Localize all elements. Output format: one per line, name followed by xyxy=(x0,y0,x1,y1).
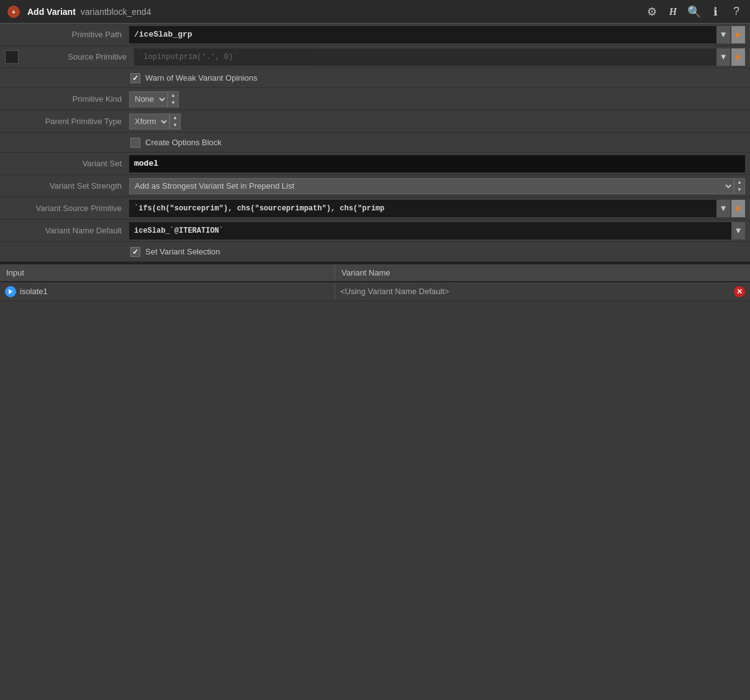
primitive-path-row: Primitive Path ▼ xyxy=(0,24,750,46)
set-variant-checkbox-row: Set Variant Selection xyxy=(0,242,750,262)
gear-icon-btn[interactable]: ⚙ xyxy=(643,3,661,20)
variant-source-primitive-row: Variant Source Primitive ▼ xyxy=(0,197,750,220)
variant-set-input[interactable] xyxy=(129,155,745,173)
primitive-kind-select[interactable]: None xyxy=(129,91,168,107)
variant-name-default-dropdown-btn[interactable]: ▼ xyxy=(731,222,745,240)
parent-primitive-type-select[interactable]: Xform xyxy=(129,114,169,130)
parent-primitive-type-label: Parent Primitive Type xyxy=(5,117,129,126)
variant-name-default-control: ▼ xyxy=(129,222,745,240)
warn-checkbox-row: Warn of Weak Variant Opinions xyxy=(0,68,750,88)
variant-set-strength-select[interactable]: Add as Strongest Variant Set in Prepend … xyxy=(129,178,734,194)
variant-name-default-input[interactable] xyxy=(129,222,731,240)
table-row: isolate1 <Using Variant Name Default> ✕ xyxy=(0,282,750,301)
source-primitive-swatch[interactable] xyxy=(5,50,19,64)
primitive-path-arrow-btn[interactable] xyxy=(731,26,745,43)
app-icon: + xyxy=(5,3,22,20)
variant-set-strength-label: Variant Set Strength xyxy=(5,181,129,191)
variant-set-label: Variant Set xyxy=(5,159,129,168)
spinner-down-icon[interactable]: ▼ xyxy=(168,99,178,107)
primitive-path-control: ▼ xyxy=(129,26,745,43)
variant-source-primitive-input-group: ▼ xyxy=(129,200,730,217)
variant-source-primitive-arrow-btn[interactable] xyxy=(731,200,745,217)
parent-primitive-spinner[interactable]: ▲ ▼ xyxy=(169,114,181,130)
parent-spinner-down-icon[interactable]: ▼ xyxy=(170,122,180,129)
header-node-name: variantblock_end4 xyxy=(81,7,638,17)
header-bar: + Add Variant variantblock_end4 ⚙ H 🔍 ℹ … xyxy=(0,0,750,24)
create-options-checkbox[interactable] xyxy=(130,138,140,148)
variant-strength-spinner[interactable]: ▲ ▼ xyxy=(734,178,745,194)
variant-source-primitive-input[interactable] xyxy=(129,200,716,217)
vs-spinner-up-icon[interactable]: ▲ xyxy=(734,179,744,186)
remove-row-btn[interactable]: ✕ xyxy=(734,286,745,297)
set-variant-checkbox-label: Set Variant Selection xyxy=(145,247,220,256)
source-primitive-input[interactable] xyxy=(134,48,716,66)
search-icon-btn[interactable]: 🔍 xyxy=(685,3,703,20)
source-primitive-control: ▼ xyxy=(134,48,745,66)
h-icon-btn[interactable]: H xyxy=(664,3,682,20)
svg-text:+: + xyxy=(12,9,16,16)
parent-primitive-type-row: Parent Primitive Type Xform ▲ ▼ xyxy=(0,110,750,133)
variant-source-primitive-label: Variant Source Primitive xyxy=(5,204,129,213)
primitive-kind-row: Primitive Kind None ▲ ▼ xyxy=(0,88,750,110)
parent-primitive-type-control: Xform ▲ ▼ xyxy=(129,114,745,130)
parent-spinner-up-icon[interactable]: ▲ xyxy=(170,114,180,122)
source-primitive-row: Source Primitive ▼ xyxy=(0,46,750,68)
help-icon-btn[interactable]: ? xyxy=(728,3,745,20)
variant-source-primitive-control: ▼ xyxy=(129,200,745,217)
warn-checkbox[interactable] xyxy=(130,73,140,83)
table-input-value: isolate1 xyxy=(20,287,48,296)
source-primitive-input-group: ▼ xyxy=(134,48,730,66)
header-icon-group: ⚙ H 🔍 ℹ ? xyxy=(643,3,745,20)
variant-name-default-row: Variant Name Default ▼ xyxy=(0,220,750,242)
variant-set-strength-control: Add as Strongest Variant Set in Prepend … xyxy=(129,178,745,194)
blue-arrow-icon xyxy=(5,286,16,297)
primitive-kind-label: Primitive Kind xyxy=(5,94,129,104)
info-icon-btn[interactable]: ℹ xyxy=(707,3,724,20)
header-title: Add Variant xyxy=(27,7,76,17)
spinner-up-icon[interactable]: ▲ xyxy=(168,92,178,99)
table-header-input: Input xyxy=(0,264,335,281)
create-options-row: Create Options Block xyxy=(0,133,750,153)
source-primitive-label: Source Primitive xyxy=(24,52,134,61)
warn-checkbox-label: Warn of Weak Variant Opinions xyxy=(145,73,257,83)
set-variant-checkbox[interactable] xyxy=(130,247,140,257)
variant-set-strength-row: Variant Set Strength Add as Strongest Va… xyxy=(0,175,750,197)
table-header-variant-name: Variant Name xyxy=(335,264,750,281)
table-cell-variant-name: <Using Variant Name Default> ✕ xyxy=(335,284,750,300)
source-primitive-dropdown-btn[interactable]: ▼ xyxy=(716,48,730,66)
variant-source-primitive-dropdown-btn[interactable]: ▼ xyxy=(716,200,730,217)
variant-set-control xyxy=(129,155,745,173)
create-options-label: Create Options Block xyxy=(145,138,222,147)
table-section: Input Variant Name isolate1 <Using Varia… xyxy=(0,264,750,301)
primitive-path-input-group: ▼ xyxy=(129,26,730,43)
variant-set-row: Variant Set xyxy=(0,153,750,175)
variant-name-default-label: Variant Name Default xyxy=(5,226,129,235)
variant-name-default-input-group: ▼ xyxy=(129,222,745,240)
primitive-path-dropdown-btn[interactable]: ▼ xyxy=(716,26,730,43)
form-section: Primitive Path ▼ Source Primitive ▼ Warn… xyxy=(0,24,750,262)
vs-spinner-down-icon[interactable]: ▼ xyxy=(734,186,744,194)
primitive-path-label: Primitive Path xyxy=(5,30,129,39)
primitive-kind-spinner[interactable]: ▲ ▼ xyxy=(168,91,179,107)
table-cell-input: isolate1 xyxy=(0,284,335,300)
source-primitive-arrow-btn[interactable] xyxy=(731,48,745,66)
primitive-path-input[interactable] xyxy=(129,26,716,43)
table-header: Input Variant Name xyxy=(0,264,750,282)
primitive-kind-control: None ▲ ▼ xyxy=(129,91,745,107)
table-variant-name-value: <Using Variant Name Default> xyxy=(340,287,449,296)
